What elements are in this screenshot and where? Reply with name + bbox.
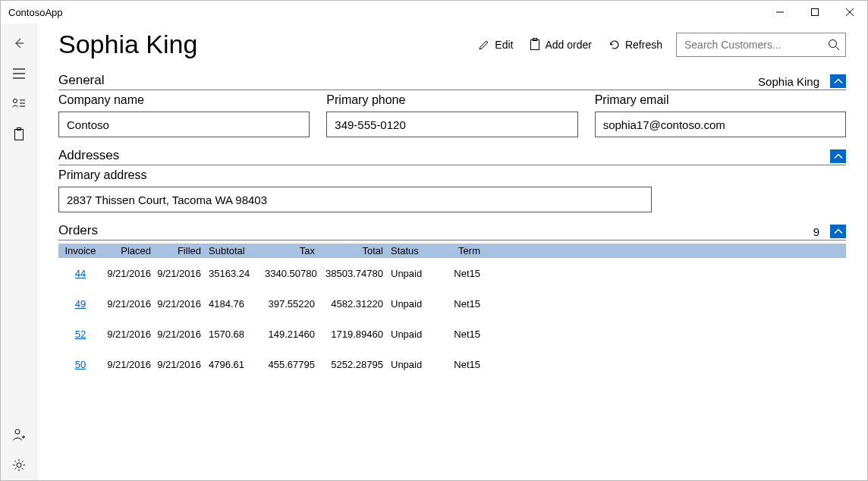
cell-status: Unpaid [386, 327, 436, 341]
addresses-collapse-button[interactable] [830, 149, 846, 163]
svg-line-24 [14, 468, 16, 470]
invoice-link[interactable]: 50 [75, 359, 86, 370]
cell-subtotal: 4796.61 [204, 357, 262, 372]
cell-tax: 397.55220 [262, 297, 318, 311]
col-tax[interactable]: Tax [262, 244, 318, 258]
table-row[interactable]: 499/21/20169/21/20164184.76397.552204582… [58, 288, 846, 319]
cell-subtotal: 4184.76 [204, 297, 262, 311]
search-input[interactable] [676, 33, 846, 57]
chevron-up-icon [834, 153, 843, 159]
edit-button[interactable]: Edit [476, 36, 514, 54]
add-order-button[interactable]: Add order [528, 35, 593, 54]
refresh-icon [609, 39, 621, 51]
person-plus-icon [12, 428, 26, 442]
add-user-nav[interactable] [1, 420, 37, 450]
pencil-icon [478, 39, 490, 51]
col-term[interactable]: Term [436, 244, 483, 258]
menu-button[interactable] [1, 58, 37, 89]
cell-filled: 9/21/2016 [154, 266, 204, 281]
cell-term: Net15 [436, 327, 483, 341]
company-label: Company name [58, 93, 310, 107]
orders-section-title: Orders [58, 223, 813, 238]
minimize-button[interactable] [763, 1, 797, 24]
primary-address-field: Primary address [58, 168, 846, 212]
settings-nav[interactable] [1, 450, 37, 480]
cell-term: Net15 [436, 297, 483, 311]
clipboard-icon [14, 127, 24, 141]
svg-line-22 [21, 468, 23, 470]
col-placed[interactable]: Placed [102, 244, 154, 258]
svg-line-21 [14, 461, 16, 463]
orders-collapse-button[interactable] [830, 225, 846, 238]
page-title: Sophia King [58, 30, 476, 59]
company-input[interactable] [58, 112, 310, 137]
cell-subtotal: 1570.68 [204, 327, 262, 341]
window-controls [763, 1, 867, 24]
general-section-title: General [58, 73, 758, 88]
primary-address-input[interactable] [58, 187, 652, 212]
phone-label: Primary phone [326, 93, 577, 107]
col-invoice[interactable]: Invoice [58, 244, 102, 258]
general-collapse-button[interactable] [830, 74, 846, 88]
cell-filled: 9/21/2016 [154, 327, 204, 341]
sidebar [1, 24, 37, 480]
general-fields: Company name Primary phone Primary email [58, 93, 846, 137]
chevron-up-icon [834, 228, 843, 234]
svg-rect-25 [531, 40, 539, 50]
cell-tax: 149.21460 [262, 327, 318, 341]
col-total[interactable]: Total [318, 244, 386, 258]
close-icon [846, 8, 854, 16]
maximize-button[interactable] [797, 1, 832, 24]
cell-status: Unpaid [386, 266, 436, 281]
close-button[interactable] [832, 1, 867, 24]
clipboard-icon [530, 38, 540, 51]
add-order-label: Add order [545, 39, 591, 51]
cell-total: 4582.31220 [318, 297, 386, 311]
table-row[interactable]: 529/21/20169/21/20161570.68149.214601719… [58, 319, 846, 349]
minimize-icon [776, 8, 784, 16]
customers-nav[interactable] [1, 89, 37, 119]
general-section: General Sophia King Company name Primary… [58, 73, 846, 137]
app-title: ContosoApp [8, 7, 763, 18]
phone-input[interactable] [326, 112, 577, 137]
cell-placed: 9/21/2016 [102, 266, 154, 281]
invoice-link[interactable]: 49 [75, 298, 86, 310]
invoice-link[interactable]: 52 [75, 329, 86, 340]
refresh-button[interactable]: Refresh [607, 36, 664, 54]
general-section-head: General Sophia King [58, 73, 846, 90]
people-list-icon [12, 98, 26, 110]
toolbar: Edit Add order Refresh [476, 35, 664, 54]
cell-subtotal: 35163.24 [204, 266, 262, 281]
cell-filled: 9/21/2016 [154, 297, 204, 311]
invoice-link[interactable]: 44 [75, 268, 86, 279]
email-input[interactable] [595, 112, 846, 137]
svg-point-7 [13, 99, 17, 103]
page-header: Sophia King Edit Add order Refresh [58, 30, 846, 59]
refresh-label: Refresh [625, 39, 662, 51]
svg-line-23 [21, 461, 23, 463]
cell-status: Unpaid [386, 357, 436, 372]
svg-rect-1 [812, 9, 819, 16]
table-row[interactable]: 509/21/20169/21/20164796.61455.677955252… [58, 349, 846, 379]
search-wrap [676, 33, 846, 57]
table-row[interactable]: 449/21/20169/21/201635163.243340.5078038… [58, 258, 846, 288]
cell-total: 1719.89460 [318, 327, 386, 341]
back-button[interactable] [1, 28, 37, 58]
hamburger-icon [13, 68, 25, 79]
arrow-left-icon [12, 36, 26, 50]
col-filled[interactable]: Filled [154, 244, 204, 258]
body: Sophia King Edit Add order Refresh [1, 24, 867, 480]
cell-placed: 9/21/2016 [102, 297, 154, 311]
orders-table-body: 449/21/20169/21/201635163.243340.5078038… [58, 258, 846, 379]
col-status[interactable]: Status [386, 244, 436, 258]
cell-total: 5252.28795 [318, 357, 386, 372]
orders-count: 9 [813, 225, 819, 238]
orders-section-head: Orders 9 [58, 223, 846, 240]
col-subtotal[interactable]: Subtotal [204, 244, 262, 258]
primary-address-label: Primary address [58, 168, 846, 182]
orders-nav[interactable] [1, 119, 37, 149]
svg-point-13 [15, 429, 20, 434]
edit-label: Edit [495, 39, 513, 51]
cell-term: Net15 [436, 357, 483, 372]
main-content: Sophia King Edit Add order Refresh [37, 24, 867, 480]
